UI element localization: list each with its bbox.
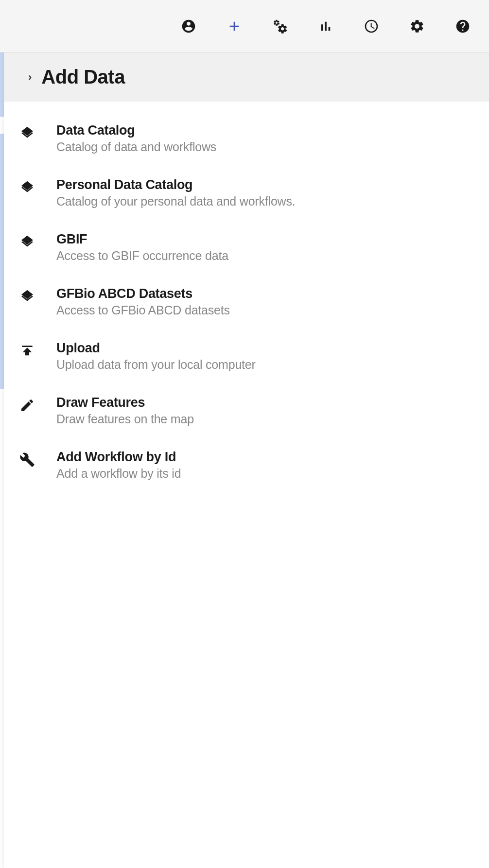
account-icon[interactable] (177, 15, 200, 38)
upload-icon (18, 342, 36, 360)
pencil-icon (18, 397, 36, 414)
item-title: GFBio ABCD Datasets (56, 286, 474, 301)
settings-icon[interactable] (405, 15, 429, 38)
item-title: Draw Features (56, 395, 474, 410)
layers-icon (18, 124, 36, 142)
layers-icon (18, 179, 36, 196)
item-desc: Catalog of data and workflows (56, 140, 474, 154)
panel-title: Add Data (41, 66, 125, 88)
item-title: GBIF (56, 232, 474, 247)
wrench-icon (18, 451, 36, 469)
list-item-workflow[interactable]: Add Workflow by Id Add a workflow by its… (4, 438, 489, 492)
data-source-list: Data Catalog Catalog of data and workflo… (4, 102, 489, 502)
top-toolbar (0, 0, 489, 52)
item-desc: Draw features on the map (56, 412, 474, 426)
item-desc: Access to GFBio ABCD datasets (56, 303, 474, 317)
list-item-upload[interactable]: Upload Upload data from your local compu… (4, 329, 489, 383)
item-title: Personal Data Catalog (56, 177, 474, 192)
item-title: Data Catalog (56, 123, 474, 138)
add-data-panel: › Add Data Data Catalog Catalog of data … (4, 52, 489, 868)
item-desc: Add a workflow by its id (56, 467, 474, 481)
item-title: Add Workflow by Id (56, 450, 474, 465)
list-item-personal-catalog[interactable]: Personal Data Catalog Catalog of your pe… (4, 166, 489, 220)
list-item-gfbio[interactable]: GFBio ABCD Datasets Access to GFBio ABCD… (4, 275, 489, 329)
item-desc: Upload data from your local computer (56, 358, 474, 372)
list-item-data-catalog[interactable]: Data Catalog Catalog of data and workflo… (4, 111, 489, 166)
list-item-draw[interactable]: Draw Features Draw features on the map (4, 383, 489, 438)
list-item-gbif[interactable]: GBIF Access to GBIF occurrence data (4, 220, 489, 275)
help-icon[interactable] (451, 15, 474, 38)
item-desc: Access to GBIF occurrence data (56, 249, 474, 263)
item-desc: Catalog of your personal data and workfl… (56, 194, 474, 208)
panel-header: › Add Data (4, 52, 489, 102)
layers-icon (18, 288, 36, 305)
add-icon[interactable] (223, 15, 246, 38)
layers-icon (18, 233, 36, 251)
gears-icon[interactable] (268, 15, 292, 38)
chevron-right-icon[interactable]: › (28, 71, 32, 84)
item-title: Upload (56, 341, 474, 356)
clock-icon[interactable] (360, 15, 383, 38)
chart-icon[interactable] (314, 15, 337, 38)
